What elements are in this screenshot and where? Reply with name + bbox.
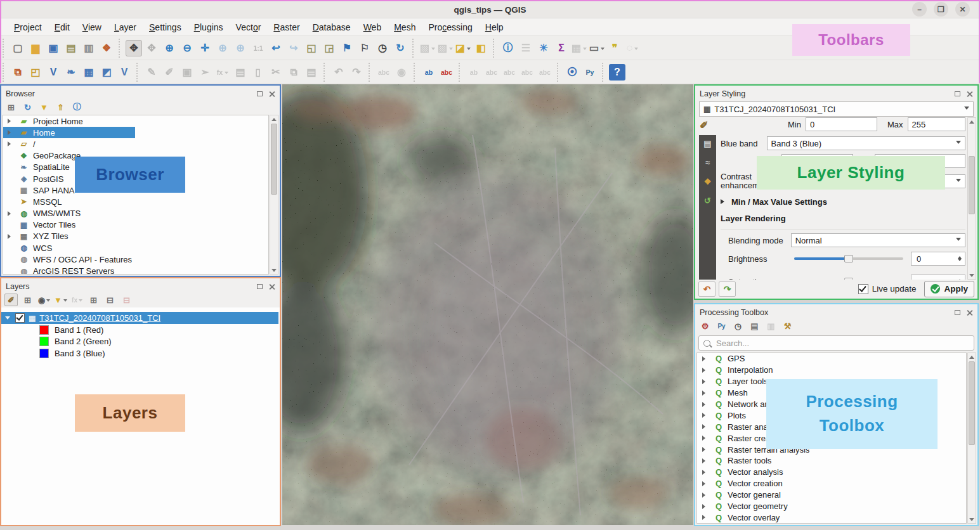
restore-button[interactable]: ❐ [934, 2, 948, 16]
new-3d-map-view[interactable]: ◲ [321, 40, 337, 56]
browser-item[interactable]: ▦ Vector Tiles [3, 219, 268, 231]
browser-item[interactable]: ◍ ArcGIS REST Servers [3, 265, 268, 275]
transparency-tab[interactable]: ▤ [703, 139, 711, 148]
float-panel-icon[interactable] [256, 283, 264, 290]
metasearch[interactable]: ⦿ [564, 64, 580, 81]
menu-item[interactable]: Layer [108, 22, 143, 32]
blending-mode-dropdown[interactable]: Normal [791, 233, 965, 247]
close-panel-icon[interactable] [268, 283, 276, 290]
browser-item[interactable]: ➤ MSSQL [3, 196, 268, 207]
slider-thumb[interactable] [844, 255, 853, 262]
zoom-full-extent[interactable]: ✛ [197, 40, 213, 56]
add-spatialite-layer[interactable]: ❧ [63, 64, 79, 81]
scroll-down-arrow[interactable] [968, 271, 976, 279]
processing-group-item[interactable]: Q Raster tools [697, 455, 966, 467]
new-spatial-bookmark[interactable]: ⚑ [339, 40, 355, 56]
minmax-settings-section[interactable]: Min / Max Value Settings [731, 197, 827, 207]
new-project[interactable]: ▢ [10, 40, 26, 56]
new-print-layout[interactable]: ▤ [63, 40, 79, 56]
browser-item[interactable]: ▰ Project Home [3, 115, 268, 127]
style-manager[interactable]: ❖ [98, 40, 115, 56]
scrollbar-thumb[interactable] [969, 361, 975, 445]
collapse-all-layers[interactable]: ⊟ [103, 294, 117, 306]
scroll-up-arrow[interactable] [968, 118, 976, 126]
saturation-spinbox[interactable] [911, 275, 965, 280]
menu-item[interactable]: Edit [48, 22, 76, 32]
layer-visibility-checkbox[interactable] [15, 313, 25, 323]
add-raster-layer[interactable]: ◩ [98, 64, 115, 81]
max-input[interactable]: 255 [908, 117, 965, 131]
data-source-manager[interactable]: ⧉ [10, 64, 26, 81]
filter-legend[interactable]: ▼ [54, 294, 67, 306]
min-input[interactable]: 0 [806, 117, 877, 131]
zoom-in[interactable]: ⊕ [161, 40, 178, 56]
processing-group-item[interactable]: Q Interpolation [697, 365, 966, 376]
blue-band-dropdown[interactable]: Band 3 (Blue) [767, 136, 965, 150]
zoom-last[interactable]: ↩ [268, 40, 284, 56]
highlight-pinned-labels[interactable]: abc [438, 64, 455, 81]
scrollbar-thumb[interactable] [271, 124, 277, 195]
float-panel-icon[interactable] [953, 90, 962, 98]
close-button[interactable]: ✕ [955, 2, 970, 16]
save-project[interactable]: ▣ [45, 40, 62, 56]
band-legend-item[interactable]: Band 3 (Blue) [1, 347, 280, 359]
browser-filter[interactable]: ▼ [37, 101, 51, 113]
styling-scrollbar[interactable] [967, 117, 976, 280]
browser-properties[interactable]: ⓘ [70, 101, 84, 113]
menu-item[interactable]: View [76, 22, 108, 32]
browser-item[interactable]: ▱ / [3, 138, 268, 150]
spinner-arrows-icon[interactable] [956, 254, 963, 263]
menu-item[interactable]: Plugins [188, 22, 230, 32]
pin-unpin-labels[interactable]: ab [421, 64, 437, 81]
processing-options[interactable]: ⚒ [781, 320, 794, 332]
processing-search[interactable] [698, 335, 974, 351]
select-by-location[interactable]: ◧ [473, 40, 489, 56]
processing-history[interactable]: ◷ [731, 320, 745, 332]
browser-collapse-all[interactable]: ⇑ [54, 101, 67, 113]
brightness-spinbox[interactable]: 0 [911, 252, 965, 266]
show-statistics[interactable]: Σ [553, 40, 570, 56]
apply-button[interactable]: Apply [924, 281, 974, 297]
history-tab[interactable]: ↺ [704, 196, 711, 205]
show-layout-manager[interactable]: ▥ [81, 40, 97, 56]
map-tips[interactable]: ❞ [606, 40, 623, 56]
add-postgis-layer[interactable]: ▦ [81, 64, 97, 81]
processing-toolbox-toggle[interactable]: ✳ [535, 40, 552, 56]
float-panel-icon[interactable] [256, 90, 264, 98]
temporal-controller[interactable]: ◷ [374, 40, 391, 56]
live-update-checkbox[interactable]: Live update [858, 284, 917, 294]
close-panel-icon[interactable] [965, 90, 974, 98]
menu-item[interactable]: Vector [230, 22, 268, 32]
python-console[interactable]: Py [582, 64, 598, 81]
processing-group-item[interactable]: Q Vector creation [697, 478, 966, 489]
identify-features[interactable]: ⓘ [500, 40, 516, 56]
processing-group-item[interactable]: Q GPS [697, 353, 966, 365]
processing-group-item[interactable]: Q Vector geometry [697, 501, 966, 512]
close-panel-icon[interactable] [965, 309, 974, 316]
layer-item-selected[interactable]: ▦ T31TCJ_20240708T105031_TCI [1, 312, 278, 324]
menu-item[interactable]: Help [479, 22, 510, 32]
open-layer-styling-panel[interactable]: ✐ [4, 294, 18, 306]
scroll-up-arrow[interactable] [968, 353, 976, 361]
new-map-view[interactable]: ◱ [303, 40, 320, 56]
browser-add-selected-layer[interactable]: ⊞ [4, 101, 18, 113]
float-panel-icon[interactable] [953, 309, 962, 316]
model-designer[interactable]: ⚙ [698, 320, 712, 332]
browser-item[interactable]: ◍ WFS / OGC API - Features [3, 254, 268, 265]
attributes-tab[interactable]: ❖ [704, 177, 712, 186]
processing-group-item[interactable]: Q Vector overlay [697, 512, 966, 523]
open-project[interactable]: ▆ [27, 40, 44, 56]
browser-item[interactable]: ▦ XYZ Tiles [3, 231, 268, 242]
menu-item[interactable]: Project [8, 22, 48, 32]
band-legend-item[interactable]: Band 1 (Red) [1, 324, 280, 336]
processing-scrollbar[interactable] [967, 352, 976, 524]
expand-all-layers[interactable]: ⊞ [87, 294, 100, 306]
minimize-button[interactable]: – [912, 2, 927, 16]
scroll-down-arrow[interactable] [968, 515, 976, 523]
python-scripts[interactable]: Py [715, 320, 728, 332]
help-contents[interactable]: ? [609, 64, 625, 81]
menu-item[interactable]: Raster [267, 22, 306, 32]
menu-item[interactable]: Database [306, 22, 357, 32]
menu-item[interactable]: Settings [143, 22, 188, 32]
browser-item[interactable]: ◍ WCS [3, 242, 268, 254]
